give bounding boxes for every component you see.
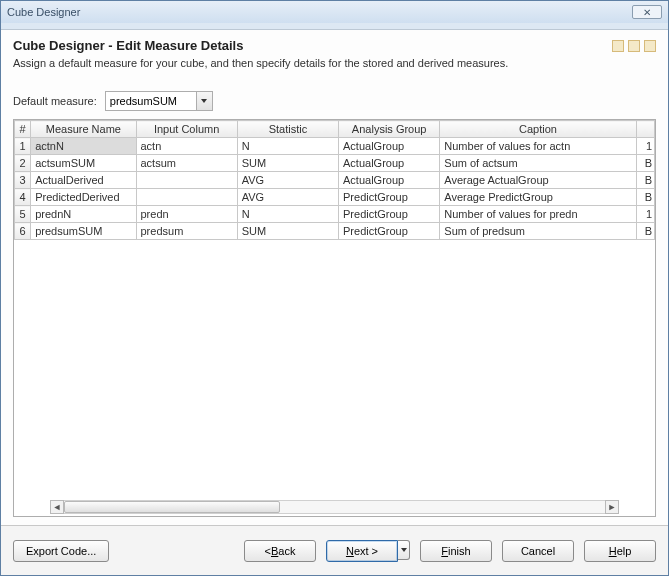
titlebar: Cube Designer ✕ <box>1 1 668 23</box>
cell-input[interactable]: actsum <box>136 155 237 172</box>
next-button[interactable]: Next > <box>326 540 398 562</box>
next-dropdown-icon[interactable] <box>398 540 410 560</box>
scroll-track[interactable] <box>64 500 605 514</box>
page-title: Cube Designer - Edit Measure Details <box>13 38 608 53</box>
col-header-stat[interactable]: Statistic <box>237 121 338 138</box>
row-num: 5 <box>15 206 31 223</box>
cell-tail[interactable]: B <box>636 223 654 240</box>
close-button[interactable]: ✕ <box>632 5 662 19</box>
content: Cube Designer - Edit Measure Details Ass… <box>1 29 668 525</box>
table-row[interactable]: 5 prednN predn N PredictGroup Number of … <box>15 206 655 223</box>
row-num: 4 <box>15 189 31 206</box>
next-mnemonic: N <box>346 545 354 557</box>
export-code-button[interactable]: Export Code... <box>13 540 109 562</box>
cell-stat[interactable]: SUM <box>237 223 338 240</box>
table-row[interactable]: 3 ActualDerived AVG ActualGroup Average … <box>15 172 655 189</box>
next-text: ext > <box>354 545 378 557</box>
cell-input[interactable]: predn <box>136 206 237 223</box>
default-measure-row: Default measure: <box>13 91 656 111</box>
cell-ag[interactable]: ActualGroup <box>339 172 440 189</box>
cell-cap[interactable]: Sum of actsum <box>440 155 636 172</box>
row-num: 3 <box>15 172 31 189</box>
window: Cube Designer ✕ Cube Designer - Edit Mea… <box>0 0 669 576</box>
cell-input[interactable]: predsum <box>136 223 237 240</box>
table-row[interactable]: 6 predsumSUM predsum SUM PredictGroup Su… <box>15 223 655 240</box>
cell-stat[interactable]: N <box>237 138 338 155</box>
header-icons <box>608 40 656 52</box>
cell-ag[interactable]: ActualGroup <box>339 138 440 155</box>
default-measure-input[interactable] <box>106 93 196 109</box>
horizontal-scrollbar[interactable]: ◄ ► <box>14 498 655 516</box>
col-header-num[interactable]: # <box>15 121 31 138</box>
cell-cap[interactable]: Number of values for actn <box>440 138 636 155</box>
row-num: 6 <box>15 223 31 240</box>
footer: Export Code... < Back Next > Finish Canc… <box>1 525 668 575</box>
cell-ag[interactable]: PredictGroup <box>339 189 440 206</box>
grid-empty-area <box>14 240 655 498</box>
default-measure-label: Default measure: <box>13 95 97 107</box>
cell-cap[interactable]: Number of values for predn <box>440 206 636 223</box>
scroll-right-icon[interactable]: ► <box>605 500 619 514</box>
row-num: 1 <box>15 138 31 155</box>
col-header-tail[interactable] <box>636 121 654 138</box>
col-header-input[interactable]: Input Column <box>136 121 237 138</box>
measures-grid: # Measure Name Input Column Statistic An… <box>13 119 656 517</box>
cell-name[interactable]: actsumSUM <box>31 155 136 172</box>
cell-cap[interactable]: Average ActualGroup <box>440 172 636 189</box>
chevron-down-icon[interactable] <box>196 92 212 110</box>
col-header-name[interactable]: Measure Name <box>31 121 136 138</box>
finish-button[interactable]: Finish <box>420 540 492 562</box>
help-text: elp <box>617 545 632 557</box>
table-row[interactable]: 2 actsumSUM actsum SUM ActualGroup Sum o… <box>15 155 655 172</box>
cell-cap[interactable]: Sum of predsum <box>440 223 636 240</box>
cell-ag[interactable]: ActualGroup <box>339 155 440 172</box>
cell-stat[interactable]: AVG <box>237 172 338 189</box>
header-icon[interactable] <box>628 40 640 52</box>
cell-stat[interactable]: SUM <box>237 155 338 172</box>
back-mnemonic: B <box>271 545 278 557</box>
header-icon[interactable] <box>612 40 624 52</box>
help-mnemonic: H <box>609 545 617 557</box>
back-text: ack <box>278 545 295 557</box>
back-button[interactable]: < Back <box>244 540 316 562</box>
page-subtitle: Assign a default measure for your cube, … <box>13 57 608 69</box>
cell-stat[interactable]: AVG <box>237 189 338 206</box>
table-header-row: # Measure Name Input Column Statistic An… <box>15 121 655 138</box>
finish-mnemonic: F <box>441 545 448 557</box>
scroll-left-icon[interactable]: ◄ <box>50 500 64 514</box>
cell-ag[interactable]: PredictGroup <box>339 223 440 240</box>
cell-name[interactable]: predsumSUM <box>31 223 136 240</box>
default-measure-combo[interactable] <box>105 91 213 111</box>
table-row[interactable]: 4 PredictedDerived AVG PredictGroup Aver… <box>15 189 655 206</box>
measures-table: # Measure Name Input Column Statistic An… <box>14 120 655 240</box>
cell-tail[interactable]: B <box>636 172 654 189</box>
cell-input[interactable]: actn <box>136 138 237 155</box>
cell-ag[interactable]: PredictGroup <box>339 206 440 223</box>
cell-cap[interactable]: Average PredictGroup <box>440 189 636 206</box>
cell-name[interactable]: PredictedDerived <box>31 189 136 206</box>
cancel-button[interactable]: Cancel <box>502 540 574 562</box>
cell-tail[interactable]: B <box>636 155 654 172</box>
cell-input[interactable] <box>136 189 237 206</box>
cell-name[interactable]: prednN <box>31 206 136 223</box>
window-title: Cube Designer <box>7 6 632 18</box>
cell-tail[interactable]: B <box>636 189 654 206</box>
col-header-ag[interactable]: Analysis Group <box>339 121 440 138</box>
cell-stat[interactable]: N <box>237 206 338 223</box>
cell-name[interactable]: ActualDerived <box>31 172 136 189</box>
cell-name[interactable]: actnN <box>31 138 136 155</box>
cell-tail[interactable]: 1 <box>636 138 654 155</box>
scroll-thumb[interactable] <box>64 501 280 513</box>
cell-input[interactable] <box>136 172 237 189</box>
row-num: 2 <box>15 155 31 172</box>
col-header-cap[interactable]: Caption <box>440 121 636 138</box>
help-button[interactable]: Help <box>584 540 656 562</box>
header-icon[interactable] <box>644 40 656 52</box>
cell-tail[interactable]: 1 <box>636 206 654 223</box>
table-row[interactable]: 1 actnN actn N ActualGroup Number of val… <box>15 138 655 155</box>
finish-text: inish <box>448 545 471 557</box>
